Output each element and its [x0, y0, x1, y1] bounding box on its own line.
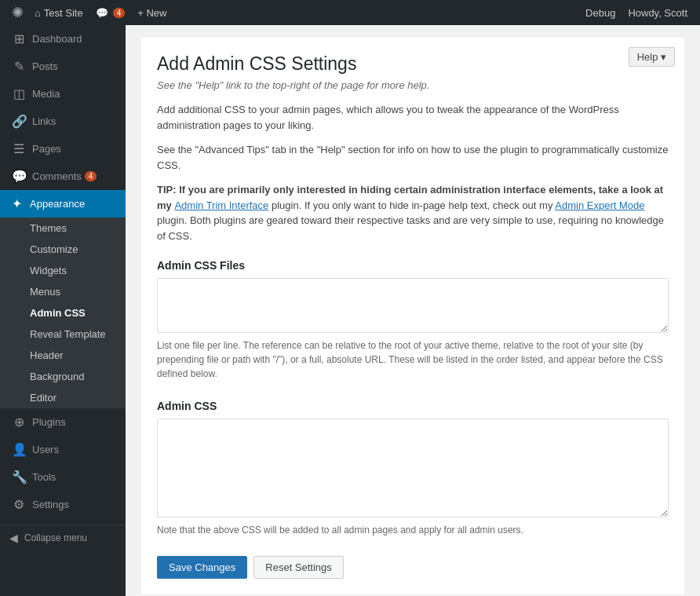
admin-css-note: Note that the above CSS will be added to…	[157, 523, 669, 537]
appearance-icon: ✦	[9, 196, 24, 211]
sidebar-item-pages[interactable]: ☰ Pages	[0, 135, 126, 163]
submenu-themes[interactable]: Themes	[0, 218, 126, 239]
sidebar-label-media: Media	[32, 88, 60, 100]
users-icon: 👤	[12, 442, 26, 457]
admin-css-files-section: Admin CSS Files List one file per line. …	[157, 259, 669, 381]
submenu-customize-label: Customize	[30, 243, 78, 255]
sidebar-item-media[interactable]: ◫ Media	[0, 80, 126, 108]
admin-css-label: Admin CSS	[157, 400, 669, 412]
submenu-reveal-template[interactable]: Reveal Template	[0, 324, 126, 345]
sidebar-item-plugins[interactable]: ⊕ Plugins	[0, 408, 126, 436]
sidebar-label-dashboard: Dashboard	[32, 33, 82, 45]
content-wrap: Help ▾ Add Admin CSS Settings See the "H…	[141, 38, 684, 594]
posts-icon: ✎	[12, 59, 26, 74]
sidebar-item-settings[interactable]: ⚙ Settings	[0, 491, 126, 518]
reset-settings-label: Reset Settings	[265, 561, 332, 573]
submenu-header[interactable]: Header	[0, 345, 126, 366]
description-2: See the "Advanced Tips" tab in the "Help…	[157, 142, 669, 173]
admin-bar: ✺ ⌂ Test Site 💬 4 + New Debug Howdy, Sco…	[0, 0, 700, 25]
submenu-admin-css-label: Admin CSS	[30, 307, 86, 319]
collapse-menu-button[interactable]: ◀ Collapse menu	[0, 525, 126, 550]
sidebar-item-tools[interactable]: 🔧 Tools	[0, 463, 126, 491]
comments-menu-badge: 4	[85, 171, 97, 181]
adminbar-right: Debug Howdy, Scott	[579, 0, 694, 25]
howdy-label: Howdy, Scott	[628, 7, 687, 19]
submenu-admin-css[interactable]: Admin CSS	[0, 302, 126, 324]
submenu-menus[interactable]: Menus	[0, 281, 126, 302]
plugins-icon: ⊕	[12, 415, 26, 430]
tip-text: TIP: If you are primarily only intereste…	[157, 182, 669, 243]
adminbar-site[interactable]: ⌂ Test Site	[28, 0, 89, 25]
description-1: Add additional CSS to your admin pages, …	[157, 102, 669, 133]
adminbar-howdy[interactable]: Howdy, Scott	[622, 0, 694, 25]
submenu-customize[interactable]: Customize	[0, 239, 126, 260]
main-content: Help ▾ Add Admin CSS Settings See the "H…	[126, 25, 700, 596]
submenu-themes-label: Themes	[30, 222, 67, 234]
admin-css-input[interactable]	[157, 419, 669, 517]
sidebar-label-links: Links	[32, 115, 56, 127]
submenu-editor-label: Editor	[30, 392, 57, 404]
comments-menu-icon: 💬	[12, 169, 26, 184]
submenu-editor[interactable]: Editor	[0, 387, 126, 408]
tip-mid1: plugin. If you only want to hide in-page…	[268, 199, 555, 211]
site-name: Test Site	[44, 7, 83, 19]
submenu-widgets[interactable]: Widgets	[0, 260, 126, 281]
admin-css-section: Admin CSS Note that the above CSS will b…	[157, 400, 669, 537]
admin-css-files-input[interactable]	[157, 278, 669, 333]
tip-suffix: plugin. Both plugins are geared toward t…	[157, 214, 664, 242]
save-changes-label: Save Changes	[169, 561, 235, 573]
admin-css-files-note: List one file per line. The reference ca…	[157, 338, 669, 381]
admin-trim-link[interactable]: Admin Trim Interface	[174, 199, 268, 211]
tools-icon: 🔧	[12, 470, 26, 484]
help-button[interactable]: Help ▾	[629, 47, 675, 67]
help-btn-label: Help ▾	[637, 51, 666, 63]
collapse-icon: ◀	[9, 532, 18, 544]
sidebar-label-users: Users	[32, 444, 59, 455]
sidebar-label-comments: Comments	[32, 170, 82, 182]
reset-settings-button[interactable]: Reset Settings	[253, 556, 344, 579]
submenu-menus-label: Menus	[30, 286, 60, 298]
sidebar-label-settings: Settings	[32, 499, 69, 510]
adminbar-comments[interactable]: 💬 4	[89, 0, 132, 25]
sidebar-label-appearance: Appearance	[30, 198, 85, 210]
settings-icon: ⚙	[12, 497, 26, 512]
adminbar-new[interactable]: + New	[131, 0, 173, 25]
save-changes-button[interactable]: Save Changes	[157, 556, 247, 579]
page-title: Add Admin CSS Settings	[157, 53, 669, 75]
page-subtitle: See the "Help" link to the top-right of …	[157, 79, 669, 91]
sidebar-label-tools: Tools	[32, 471, 56, 483]
dashboard-icon: ⊞	[12, 31, 26, 46]
sidebar-label-pages: Pages	[32, 143, 61, 155]
sidebar-label-plugins: Plugins	[32, 416, 66, 428]
appearance-submenu: Themes Customize Widgets Menus Admin CSS…	[0, 218, 126, 408]
content-wrapper: ⊞ Dashboard ✎ Posts ◫ Media 🔗 Links ☰ Pa…	[0, 25, 700, 596]
new-label: + New	[137, 7, 166, 19]
admin-sidebar: ⊞ Dashboard ✎ Posts ◫ Media 🔗 Links ☰ Pa…	[0, 25, 126, 596]
submit-row: Save Changes Reset Settings	[157, 556, 669, 579]
pages-icon: ☰	[12, 141, 26, 156]
wp-logo[interactable]: ✺	[6, 0, 28, 25]
media-icon: ◫	[12, 86, 26, 101]
sidebar-item-links[interactable]: 🔗 Links	[0, 108, 126, 135]
submenu-background[interactable]: Background	[0, 366, 126, 387]
sidebar-item-dashboard[interactable]: ⊞ Dashboard	[0, 25, 126, 53]
links-icon: 🔗	[12, 114, 26, 129]
sidebar-label-posts: Posts	[32, 60, 58, 72]
submenu-background-label: Background	[30, 371, 84, 382]
sidebar-item-comments[interactable]: 💬 Comments 4	[0, 163, 126, 190]
submenu-widgets-label: Widgets	[30, 265, 67, 276]
debug-label: Debug	[585, 7, 615, 19]
admin-css-files-label: Admin CSS Files	[157, 259, 669, 272]
collapse-menu-label: Collapse menu	[24, 532, 87, 543]
admin-expert-link[interactable]: Admin Expert Mode	[555, 199, 644, 211]
comments-icon: 💬	[96, 7, 108, 19]
sidebar-item-users[interactable]: 👤 Users	[0, 436, 126, 463]
sidebar-item-posts[interactable]: ✎ Posts	[0, 53, 126, 80]
comments-count-badge: 4	[113, 8, 126, 18]
submenu-header-label: Header	[30, 349, 64, 361]
site-icon: ⌂	[35, 7, 41, 19]
sidebar-item-appearance[interactable]: ✦ Appearance	[0, 190, 126, 218]
submenu-reveal-template-label: Reveal Template	[30, 328, 106, 340]
adminbar-debug[interactable]: Debug	[579, 0, 622, 25]
